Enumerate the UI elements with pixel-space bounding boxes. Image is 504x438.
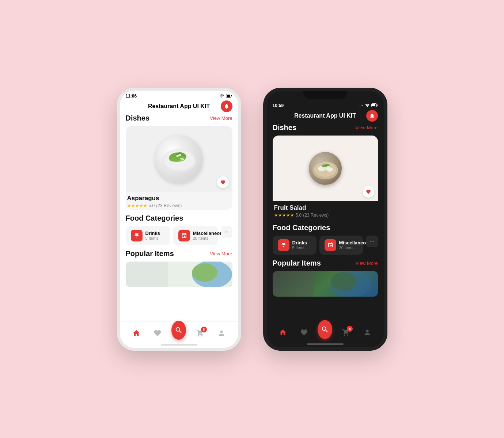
svg-point-12 bbox=[192, 263, 217, 282]
dish-rating-dark: ★★★★★ 5.0 (23 Reviews) bbox=[274, 213, 376, 218]
rating-reviews-dark: (23 Reviews) bbox=[303, 213, 329, 218]
categories-header-dark: Food Categories bbox=[273, 224, 378, 232]
categories-section-light: Food Categories Drinks 5 Items bbox=[126, 214, 232, 245]
dots-icon-dark: ··· bbox=[360, 104, 363, 107]
dishes-section-light: Dishes View More bbox=[126, 114, 232, 210]
svg-rect-13 bbox=[126, 262, 168, 287]
category-drinks-light[interactable]: Drinks 5 Items bbox=[126, 226, 170, 245]
wifi-icon bbox=[219, 94, 224, 99]
notification-btn-dark[interactable] bbox=[366, 110, 378, 122]
home-indicator-light bbox=[161, 344, 197, 346]
popular-item-preview-light bbox=[126, 262, 232, 287]
category-misc-light[interactable]: Miscellaneous 20 Items bbox=[173, 226, 218, 245]
nav-home-light[interactable] bbox=[129, 326, 144, 340]
dishes-title-light: Dishes bbox=[126, 114, 150, 122]
dish-info-dark: Fruit Salad ★★★★★ 5.0 (23 Reviews) bbox=[273, 201, 378, 219]
svg-rect-15 bbox=[372, 104, 375, 106]
app-content-dark: Restaurant App UI KIT Dishes View More bbox=[267, 110, 384, 336]
status-bar-light: 11:06 ··· bbox=[120, 91, 238, 100]
stars-light: ★★★★★ bbox=[127, 203, 147, 208]
dishes-view-more-light[interactable]: View More bbox=[210, 115, 232, 121]
nav-home-dark[interactable] bbox=[276, 325, 290, 340]
cart-badge-light: 8 bbox=[201, 327, 207, 332]
app-header-dark: Restaurant App UI KIT bbox=[273, 110, 378, 123]
nav-favorites-light[interactable] bbox=[150, 326, 165, 340]
status-icons-light: ··· bbox=[214, 94, 232, 99]
dish-image-dark bbox=[273, 136, 378, 201]
svg-point-23 bbox=[325, 164, 330, 166]
drinks-icon-light bbox=[131, 230, 143, 241]
notification-btn-light[interactable] bbox=[221, 100, 232, 112]
wifi-icon-dark bbox=[365, 103, 370, 108]
svg-rect-2 bbox=[231, 95, 232, 96]
nav-profile-light[interactable] bbox=[214, 326, 229, 340]
cart-badge-dark: 8 bbox=[347, 326, 353, 332]
drinks-count-light: 5 Items bbox=[145, 236, 160, 240]
app-header-light: Restaurant App UI KIT bbox=[126, 100, 232, 114]
rating-score-dark: 5.0 bbox=[296, 213, 302, 218]
popular-title-dark: Popular Items bbox=[273, 259, 321, 267]
popular-view-more-dark[interactable]: View More bbox=[355, 260, 378, 266]
drinks-count-dark: 5 Items bbox=[292, 245, 307, 250]
dishes-section-dark: Dishes View More bbox=[273, 123, 378, 219]
bowl-illustration-dark bbox=[309, 152, 342, 185]
home-indicator-dark bbox=[307, 343, 344, 345]
dish-rating-light: ★★★★★ 5.0 (23 Reviews) bbox=[127, 203, 231, 208]
popular-title-light: Popular Items bbox=[126, 250, 174, 258]
drinks-name-light: Drinks bbox=[145, 231, 160, 236]
category-more-light[interactable] bbox=[221, 226, 232, 238]
app-title-dark: Restaurant App UI KIT bbox=[294, 113, 356, 119]
dishes-view-more-dark[interactable]: View More bbox=[355, 125, 378, 130]
app-title-light: Restaurant App UI KIT bbox=[148, 103, 210, 110]
popular-header-dark: Popular Items View More bbox=[273, 259, 378, 267]
svg-rect-16 bbox=[377, 104, 378, 106]
drinks-text-dark: Drinks 5 Items bbox=[292, 240, 307, 250]
dish-name-light: Asparagus bbox=[127, 195, 231, 202]
stars-dark: ★★★★★ bbox=[274, 213, 294, 218]
svg-point-21 bbox=[326, 167, 333, 172]
dots-icon: ··· bbox=[214, 94, 218, 98]
categories-title-dark: Food Categories bbox=[273, 224, 330, 232]
status-time-light: 11:06 bbox=[126, 94, 137, 99]
status-bar-dark: 10:59 ··· bbox=[267, 100, 384, 110]
nav-cart-dark[interactable]: 8 bbox=[339, 325, 353, 340]
category-drinks-dark[interactable]: Drinks 5 Items bbox=[273, 236, 317, 255]
nav-favorites-dark[interactable] bbox=[297, 325, 311, 340]
svg-rect-1 bbox=[227, 95, 230, 97]
phone-dark: 10:59 ··· Resta bbox=[263, 88, 387, 351]
dishes-header-light: Dishes View More bbox=[126, 114, 232, 122]
app-content-light: Restaurant App UI KIT Dishes View More bbox=[120, 100, 238, 328]
nav-search-light[interactable] bbox=[171, 326, 186, 340]
drinks-text-light: Drinks 5 Items bbox=[145, 231, 160, 240]
dish-name-dark: Fruit Salad bbox=[274, 204, 376, 212]
drinks-name-dark: Drinks bbox=[292, 240, 307, 245]
rating-reviews-light: (23 Reviews) bbox=[156, 203, 182, 208]
categories-header-light: Food Categories bbox=[126, 214, 232, 222]
categories-section-dark: Food Categories Drinks 5 Items bbox=[273, 224, 378, 255]
phone-light: 11:06 ··· Resta bbox=[117, 88, 241, 351]
dish-image-light bbox=[126, 126, 232, 192]
nav-cart-light[interactable]: 8 bbox=[193, 326, 208, 340]
status-time-dark: 10:59 bbox=[273, 103, 284, 108]
nav-search-dark[interactable] bbox=[318, 325, 332, 340]
svg-rect-24 bbox=[273, 271, 314, 297]
battery-icon-dark bbox=[371, 103, 378, 108]
dish-card-light[interactable]: Asparagus ★★★★★ 5.0 (23 Reviews) bbox=[126, 126, 232, 210]
heart-btn-dark[interactable] bbox=[363, 186, 374, 198]
categories-title-light: Food Categories bbox=[126, 214, 183, 222]
popular-section-light: Popular Items View More bbox=[126, 250, 232, 287]
heart-btn-light[interactable] bbox=[217, 176, 229, 188]
popular-header-light: Popular Items View More bbox=[126, 250, 232, 258]
popular-view-more-light[interactable]: View More bbox=[210, 251, 232, 256]
status-icons-dark: ··· bbox=[360, 103, 378, 108]
nav-profile-dark[interactable] bbox=[360, 325, 375, 340]
search-fab-dark[interactable] bbox=[318, 320, 332, 339]
category-misc-dark[interactable]: Miscellaneous 20 Items bbox=[319, 236, 363, 255]
svg-point-26 bbox=[331, 272, 356, 290]
drinks-icon-dark bbox=[278, 239, 289, 251]
category-more-dark[interactable] bbox=[366, 236, 378, 247]
dish-card-dark[interactable]: Fruit Salad ★★★★★ 5.0 (23 Reviews) bbox=[273, 136, 378, 219]
dish-info-light: Asparagus ★★★★★ 5.0 (23 Reviews) bbox=[126, 192, 232, 210]
popular-item-preview-dark bbox=[273, 271, 378, 297]
search-fab-light[interactable] bbox=[171, 321, 186, 340]
